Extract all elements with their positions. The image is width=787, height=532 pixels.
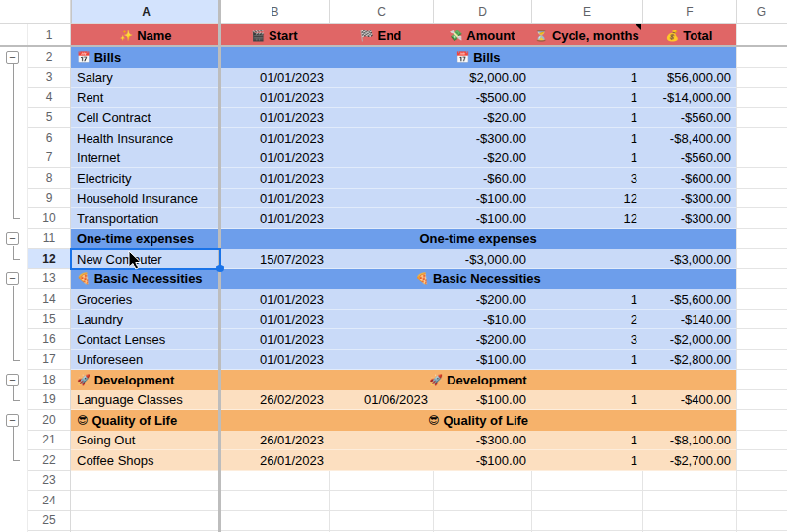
cell-A6-name[interactable]: Health Insurance xyxy=(71,128,220,148)
cell-A8-name[interactable]: Electricity xyxy=(71,168,220,189)
cell-F10-total[interactable]: -$300.00 xyxy=(642,208,736,229)
cell-F8-total[interactable]: -$600.00 xyxy=(642,168,736,189)
cell-D21-amount[interactable]: -$300.00 xyxy=(433,431,531,451)
row-header-9[interactable]: 9 xyxy=(28,189,71,209)
field-header-start[interactable]: 🎬Start xyxy=(220,24,329,47)
cell-F14-total[interactable]: -$5,600.00 xyxy=(642,289,736,310)
cell-B7-start[interactable]: 01/01/2023 xyxy=(220,148,329,169)
row-header-14[interactable]: 14 xyxy=(28,289,71,310)
cell-E19-cycle[interactable]: 1 xyxy=(531,390,642,411)
cell-E14-cycle[interactable]: 1 xyxy=(531,289,642,310)
cell-F21-total[interactable]: -$8,100.00 xyxy=(642,431,736,451)
cell-D7-amount[interactable]: -$20.00 xyxy=(433,148,531,169)
row-header-7[interactable]: 7 xyxy=(28,148,71,169)
column-header-F[interactable]: F xyxy=(642,0,736,24)
cell-F7-total[interactable]: -$560.00 xyxy=(642,148,736,169)
cell-F9-total[interactable]: -$300.00 xyxy=(642,189,736,209)
cell-D6-amount[interactable]: -$300.00 xyxy=(433,128,531,148)
field-header-total[interactable]: 💰Total xyxy=(642,24,736,47)
row-header-20[interactable]: 20 xyxy=(28,410,71,431)
cell-E4-cycle[interactable]: 1 xyxy=(531,88,642,108)
cell-F22-total[interactable]: -$2,700.00 xyxy=(642,450,736,471)
row-header-24[interactable]: 24 xyxy=(28,491,71,511)
cell-F12-total[interactable]: -$3,000.00 xyxy=(642,249,736,269)
cell-B4-start[interactable]: 01/01/2023 xyxy=(220,88,329,108)
cell-A5-name[interactable]: Cell Contract xyxy=(71,108,220,129)
fill-handle[interactable] xyxy=(216,265,224,272)
cell-B5-start[interactable]: 01/01/2023 xyxy=(220,108,329,129)
group-collapse-button[interactable]: − xyxy=(6,414,19,427)
cell-B9-start[interactable]: 01/01/2023 xyxy=(220,189,329,209)
cell-C3-end[interactable] xyxy=(329,68,433,89)
section-cell-development[interactable]: 🚀Development xyxy=(71,370,220,390)
section-cell-bills[interactable]: 📅Bills xyxy=(71,47,220,68)
cell-C17-end[interactable] xyxy=(329,350,433,371)
cell-F5-total[interactable]: -$560.00 xyxy=(642,108,736,129)
cell-E8-cycle[interactable]: 3 xyxy=(531,168,642,189)
row-header-11[interactable]: 11 xyxy=(28,229,71,250)
group-collapse-button[interactable]: − xyxy=(6,374,19,386)
cell-D14-amount[interactable]: -$200.00 xyxy=(433,289,531,310)
cell-B16-start[interactable]: 01/01/2023 xyxy=(220,329,329,350)
cell-A19-name[interactable]: Language Classes xyxy=(71,390,220,411)
row-header-1[interactable]: 1 xyxy=(28,24,71,47)
cell-F19-total[interactable]: -$400.00 xyxy=(642,390,736,411)
cell-D15-amount[interactable]: -$10.00 xyxy=(433,310,531,330)
cell-F3-total[interactable]: $56,000.00 xyxy=(642,68,736,89)
cell-B8-start[interactable]: 01/01/2023 xyxy=(220,168,329,189)
cell-A17-name[interactable]: Unforeseen xyxy=(71,350,220,371)
cell-C21-end[interactable] xyxy=(329,431,433,451)
cell-A4-name[interactable]: Rent xyxy=(71,88,220,108)
row-header-6[interactable]: 6 xyxy=(28,128,71,148)
cell-A22-name[interactable]: Coffee Shops xyxy=(71,450,220,471)
cell-E6-cycle[interactable]: 1 xyxy=(531,128,642,148)
row-header-15[interactable]: 15 xyxy=(28,310,71,330)
cell-C19-end[interactable]: 01/06/2023 xyxy=(329,390,433,411)
row-header-5[interactable]: 5 xyxy=(28,108,71,129)
section-merged-development[interactable]: 🚀Development xyxy=(220,370,736,390)
cell-D3-amount[interactable]: $2,000.00 xyxy=(433,68,531,89)
cell-E7-cycle[interactable]: 1 xyxy=(531,148,642,169)
cell-A3-name[interactable]: Salary xyxy=(71,68,220,89)
cell-F6-total[interactable]: -$8,400.00 xyxy=(642,128,736,148)
cell-C8-end[interactable] xyxy=(329,168,433,189)
cell-B15-start[interactable]: 01/01/2023 xyxy=(220,310,329,330)
cell-B22-start[interactable]: 26/01/2023 xyxy=(220,450,329,471)
column-header-E[interactable]: E xyxy=(531,0,642,24)
cell-D22-amount[interactable]: -$100.00 xyxy=(433,450,531,471)
row-header-21[interactable]: 21 xyxy=(28,431,71,451)
section-cell-basic-necessities[interactable]: 🍕Basic Necessities xyxy=(71,269,220,290)
cell-D12-amount[interactable]: -$3,000.00 xyxy=(433,249,531,269)
row-header-2[interactable]: 2 xyxy=(28,47,71,68)
group-collapse-button[interactable]: − xyxy=(6,232,19,245)
cell-E3-cycle[interactable]: 1 xyxy=(531,68,642,89)
cell-B19-start[interactable]: 26/02/2023 xyxy=(220,390,329,411)
cell-B12-start[interactable]: 15/07/2023 xyxy=(220,249,329,269)
cell-D17-amount[interactable]: -$100.00 xyxy=(433,350,531,371)
field-header-end[interactable]: 🏁End xyxy=(329,24,433,47)
row-header-22[interactable]: 22 xyxy=(28,450,71,471)
select-all-corner[interactable] xyxy=(0,0,71,24)
cell-A14-name[interactable]: Groceries xyxy=(71,289,220,310)
cell-E22-cycle[interactable]: 1 xyxy=(531,450,642,471)
cell-D19-amount[interactable]: -$100.00 xyxy=(433,390,531,411)
cell-C16-end[interactable] xyxy=(329,329,433,350)
cell-D10-amount[interactable]: -$100.00 xyxy=(433,208,531,229)
cell-D16-amount[interactable]: -$200.00 xyxy=(433,329,531,350)
cell-A9-name[interactable]: Household Insurance xyxy=(71,189,220,209)
cell-F15-total[interactable]: -$140.00 xyxy=(642,310,736,330)
cell-C12-end[interactable] xyxy=(329,249,433,269)
cell-D8-amount[interactable]: -$60.00 xyxy=(433,168,531,189)
column-header-A[interactable]: A xyxy=(71,0,220,24)
cell-E21-cycle[interactable]: 1 xyxy=(531,431,642,451)
cell-D5-amount[interactable]: -$20.00 xyxy=(433,108,531,129)
section-merged-quality-of-life[interactable]: 😎Quality of Life xyxy=(220,410,736,431)
cell-A7-name[interactable]: Internet xyxy=(71,148,220,169)
cell-C6-end[interactable] xyxy=(329,128,433,148)
cell-A21-name[interactable]: Going Out xyxy=(71,431,220,451)
cell-C14-end[interactable] xyxy=(329,289,433,310)
row-header-13[interactable]: 13 xyxy=(28,269,71,290)
row-header-19[interactable]: 19 xyxy=(28,390,71,411)
column-header-B[interactable]: B xyxy=(220,0,329,24)
column-header-G[interactable]: G xyxy=(736,0,787,24)
